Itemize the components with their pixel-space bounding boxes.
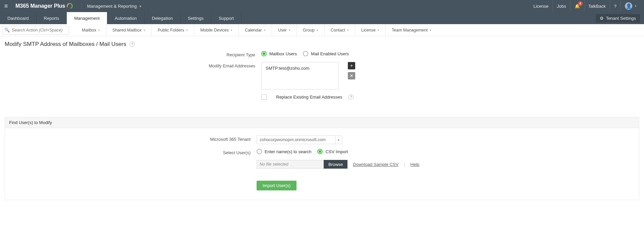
chevron-down-icon: ▾ [347, 28, 349, 32]
user-menu[interactable]: 👤 ▾ [621, 0, 641, 12]
page-title: Modify SMTP Address of Mailboxes / Mail … [5, 41, 126, 48]
menu-icon[interactable]: ≡ [0, 3, 12, 10]
tab-dashboard[interactable]: Dashboard [0, 12, 37, 24]
toolbar-mobile-devices[interactable]: Mobile Devices▾ [194, 24, 239, 36]
radio-mail-enabled-users[interactable]: Mail Enabled Users [303, 51, 349, 56]
separator: | [404, 162, 405, 167]
tab-reports[interactable]: Reports [37, 12, 67, 24]
replace-existing-checkbox[interactable] [261, 94, 267, 100]
toolbar-team-management[interactable]: Team Management▾ [386, 24, 437, 36]
tab-delegation[interactable]: Delegation [145, 12, 180, 24]
app-topbar: ≡ M365 Manager Plus Management & Reporti… [0, 0, 644, 12]
select-users-label: Select User(s) [138, 149, 257, 155]
help-button[interactable]: ? [610, 0, 621, 12]
top-section-dropdown[interactable]: Management & Reporting ▾ [82, 4, 141, 9]
page-heading: Modify SMTP Address of Mailboxes / Mail … [0, 36, 644, 51]
chevron-down-icon: ▾ [98, 28, 100, 32]
gear-icon: ⚙ [600, 16, 604, 21]
radio-label: Mail Enabled Users [311, 51, 349, 56]
radio-dot-icon [261, 51, 267, 56]
radio-dot-icon [303, 51, 308, 56]
file-display: No file selected [257, 160, 324, 169]
radio-enter-names[interactable]: Enter name(s) to search [257, 149, 311, 154]
import-users-button[interactable]: Import User(s) [257, 181, 297, 190]
tab-automation[interactable]: Automation [107, 12, 145, 24]
replace-existing-label: Replace Existing Email Addresses [276, 95, 342, 100]
radio-label: Enter name(s) to search [265, 149, 311, 154]
help-icon[interactable]: ? [129, 42, 135, 47]
chevron-down-icon: ▾ [264, 28, 266, 32]
tab-settings[interactable]: Settings [180, 12, 211, 24]
toolbar-contact[interactable]: Contact▾ [325, 24, 355, 36]
radio-label: Mailbox Users [269, 51, 297, 56]
tab-management[interactable]: Management [67, 12, 107, 24]
tenant-select[interactable]: zohocorpwsmopm.onmicrosoft.com ▾ [257, 135, 342, 144]
talkback-link[interactable]: TalkBack [584, 0, 610, 12]
top-section-label: Management & Reporting [87, 4, 137, 9]
browse-button[interactable]: Browse [324, 160, 347, 169]
brand-title: M365 Manager Plus [12, 3, 76, 9]
toolbar-public-folders[interactable]: Public Folders▾ [152, 24, 194, 36]
chevron-down-icon: ▾ [635, 4, 637, 8]
email-address-box[interactable]: SMTP:test@zoho.com [261, 62, 338, 90]
add-address-button[interactable]: ＋ [348, 62, 355, 69]
primary-nav: Dashboard Reports Management Automation … [0, 12, 644, 24]
search-icon: 🔍 [4, 27, 10, 33]
find-users-panel: Find User(s) to Modify Microsoft 365 Ten… [5, 117, 639, 200]
smtp-form: Recipient Type Mailbox Users Mail Enable… [138, 51, 506, 111]
license-link[interactable]: License [529, 0, 553, 12]
topbar-right: License Jobs 🔔 4 TalkBack ? 👤 ▾ [529, 0, 644, 12]
recipient-type-label: Recipient Type [142, 51, 261, 57]
chevron-down-icon: ▾ [317, 28, 318, 32]
help-icon[interactable]: ? [348, 94, 354, 100]
modify-email-label: Modify Email Addresses [142, 62, 261, 68]
remove-address-button[interactable]: ✕ [348, 72, 355, 79]
toolbar-group[interactable]: Group▾ [297, 24, 325, 36]
search-input[interactable] [12, 28, 67, 33]
toolbar-items: Mailbox▾ Shared Mailbox▾ Public Folders▾… [76, 24, 437, 36]
toolbar-mailbox[interactable]: Mailbox▾ [76, 24, 106, 36]
chevron-down-icon: ▾ [144, 28, 145, 32]
download-sample-csv-link[interactable]: Download Sample CSV [353, 162, 398, 167]
action-toolbar: 🔍 Mailbox▾ Shared Mailbox▾ Public Folder… [0, 24, 644, 36]
toolbar-calendar[interactable]: Calendar▾ [239, 24, 272, 36]
toolbar-user[interactable]: User▾ [272, 24, 297, 36]
brand-logo-icon [66, 2, 73, 10]
tenant-settings-button[interactable]: ⚙ Tenant Settings [596, 14, 640, 22]
chevron-down-icon: ▾ [186, 28, 188, 32]
avatar-icon: 👤 [625, 2, 632, 10]
chevron-down-icon: ▾ [140, 4, 141, 8]
jobs-link[interactable]: Jobs [553, 0, 570, 12]
radio-dot-icon [257, 149, 262, 154]
chevron-down-icon: ▾ [378, 28, 379, 32]
brand-block: M365 Manager Plus [12, 3, 82, 9]
radio-dot-icon [317, 149, 323, 154]
radio-mailbox-users[interactable]: Mailbox Users [261, 51, 297, 56]
radio-label: CSV Import [325, 149, 348, 154]
toolbar-shared-mailbox[interactable]: Shared Mailbox▾ [106, 24, 152, 36]
chevron-down-icon: ▾ [289, 28, 290, 32]
brand-text: M365 Manager Plus [15, 3, 65, 9]
file-picker: No file selected Browse [257, 160, 347, 169]
tenant-value: zohocorpwsmopm.onmicrosoft.com [260, 137, 326, 142]
notification-count: 4 [578, 1, 583, 6]
chevron-down-icon: ▾ [430, 28, 431, 32]
find-users-title: Find User(s) to Modify [5, 117, 639, 128]
tab-support[interactable]: Support [211, 12, 242, 24]
chevron-down-icon: ▾ [231, 28, 232, 32]
toolbar-license[interactable]: License▾ [355, 24, 386, 36]
radio-csv-import[interactable]: CSV Import [317, 149, 348, 154]
question-icon: ? [614, 4, 616, 9]
email-address-value: SMTP:test@zoho.com [266, 66, 309, 71]
search-action-box[interactable]: 🔍 [2, 26, 69, 35]
help-link[interactable]: Help [411, 162, 420, 167]
chevron-down-icon: ▾ [335, 136, 342, 144]
tenant-label: Microsoft 365 Tenant [138, 135, 257, 142]
notifications-button[interactable]: 🔔 4 [571, 0, 584, 12]
